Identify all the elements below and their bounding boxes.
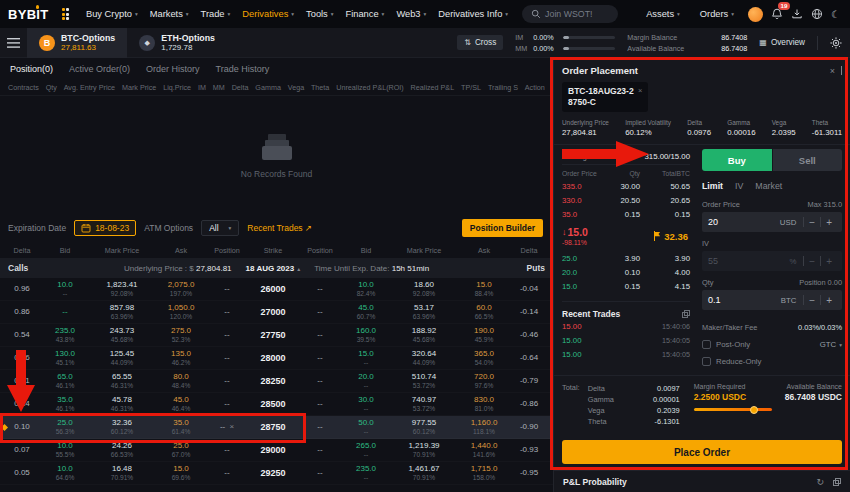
put-ask[interactable]: 1,715.0158.0% (456, 464, 512, 482)
recent-trades-link[interactable]: Recent Trades↗ (247, 223, 311, 233)
bid-row[interactable]: 20.00.104.00 (562, 265, 690, 279)
price-plus-button[interactable]: + (822, 217, 836, 228)
tif-select[interactable]: GTC▾ (820, 340, 842, 349)
notifications-button[interactable]: 19 (771, 8, 783, 20)
instrument-tab-eth-options[interactable]: ◆ ETH-Options 1,729.78 (127, 28, 227, 58)
price-minus-button[interactable]: − (805, 217, 819, 228)
put-ask[interactable]: 190.045.9% (456, 326, 512, 344)
chain-row-28750[interactable]: 0.1025.056.3%32.3660.12%35.061.4%-- ×287… (0, 416, 553, 439)
order-price-input[interactable]: 20 USD − + (702, 212, 842, 232)
chain-row-29250[interactable]: 0.0510.064.6%16.4870.91%15.069.6%--29250… (0, 462, 553, 485)
put-ask[interactable]: 830.081.0% (456, 395, 512, 413)
strike[interactable]: 28250 (246, 376, 300, 386)
remove-selection-icon[interactable]: × (229, 422, 234, 431)
tab-position-0[interactable]: Position(0) (10, 64, 53, 74)
ask-row[interactable]: 330.020.5020.65 (562, 193, 690, 207)
place-order-button[interactable]: Place Order (562, 440, 842, 464)
reduce-only-checkbox[interactable] (702, 357, 711, 366)
call-bid[interactable]: -- (40, 307, 90, 317)
panel-close-icon[interactable]: × (830, 66, 835, 76)
strike[interactable]: 26000 (246, 284, 300, 294)
chain-row-27750[interactable]: 0.54235.043.8%243.7345.68%275.052.3%--27… (0, 324, 553, 347)
ask-row[interactable]: 335.030.0050.65 (562, 179, 690, 193)
call-bid[interactable]: 65.046.1% (40, 372, 90, 390)
download-icon[interactable] (791, 8, 803, 20)
bid-row[interactable]: 25.03.903.90 (562, 251, 690, 265)
put-bid[interactable]: 50.0-- (340, 418, 392, 436)
strike[interactable]: 28000 (246, 353, 300, 363)
call-ask[interactable]: 25.067.0% (154, 441, 208, 459)
margin-slider[interactable] (694, 408, 772, 411)
expand-icon[interactable] (682, 310, 690, 318)
qty-plus-button[interactable]: + (822, 295, 836, 306)
nav-finance[interactable]: Finance▾ (340, 9, 391, 19)
call-bid[interactable]: 10.064.6% (40, 464, 90, 482)
avatar[interactable] (748, 7, 763, 22)
nav-derivatives[interactable]: Derivatives▾ (236, 9, 300, 19)
post-only-checkbox[interactable] (702, 340, 711, 349)
expiry-date-toggle[interactable]: 18 AUG 2023▴ (246, 264, 301, 273)
strike[interactable]: 27000 (246, 307, 300, 317)
put-bid[interactable]: 160.039.5% (340, 326, 392, 344)
ask-row[interactable]: 35.00.150.15 (562, 207, 690, 221)
put-bid[interactable]: 10.082.4% (340, 280, 392, 298)
qty-minus-button[interactable]: − (805, 295, 819, 306)
put-ask[interactable]: 15.088.4% (456, 280, 512, 298)
put-ask[interactable]: 720.097.6% (456, 372, 512, 390)
chain-row-28500[interactable]: 0.1435.046.1%45.7846.31%45.046.4%--28500… (0, 393, 553, 416)
call-bid[interactable]: 10.055.5% (40, 441, 90, 459)
tab-active-order-0[interactable]: Active Order(0) (69, 64, 130, 74)
order-type-tab-iv[interactable]: IV (735, 181, 743, 191)
call-bid[interactable]: 25.056.3% (40, 418, 90, 436)
put-ask[interactable]: 60.066.5% (456, 303, 512, 321)
nav-markets[interactable]: Markets▾ (144, 9, 195, 19)
call-bid[interactable]: 10.0-- (40, 280, 90, 298)
put-ask[interactable]: 1,160.0118.1% (456, 418, 512, 436)
chain-row-26000[interactable]: 0.9610.0--1,823.4192.08%2,075.0197.0%--2… (0, 278, 553, 301)
call-bid[interactable]: 235.043.8% (40, 326, 90, 344)
put-bid[interactable]: 15.0-- (340, 349, 392, 367)
call-ask[interactable]: 1,050.0120.0% (154, 303, 208, 321)
nav-web3[interactable]: Web3▾ (390, 9, 432, 19)
call-bid[interactable]: 130.045.1% (40, 349, 90, 367)
bybit-logo[interactable]: BYBIT (8, 7, 49, 22)
call-ask[interactable]: 275.052.3% (154, 326, 208, 344)
chain-row-28000[interactable]: 0.36130.045.1%125.4544.09%135.046.2%--28… (0, 347, 553, 370)
call-ask[interactable]: 45.046.4% (154, 395, 208, 413)
expand-icon[interactable] (833, 478, 841, 486)
nav-orders[interactable]: Orders▾ (694, 9, 740, 19)
put-bid[interactable]: 20.0-- (340, 372, 392, 390)
atm-options-select[interactable]: All▾ (201, 220, 239, 236)
settings-gear-icon[interactable] (830, 37, 842, 49)
instrument-tab-btc-options[interactable]: B BTC-Options 27,811.63 (27, 28, 127, 58)
search-box[interactable]: Join WSOT! (522, 5, 618, 23)
nav-assets[interactable]: Assets▾ (640, 9, 686, 19)
menu-icon[interactable] (0, 38, 27, 48)
nav-tools[interactable]: Tools▾ (300, 9, 339, 19)
call-ask[interactable]: 80.048.4% (154, 372, 208, 390)
strike[interactable]: 28750 (246, 422, 300, 432)
tab-order-history[interactable]: Order History (146, 64, 200, 74)
nav-trade[interactable]: Trade▾ (195, 9, 237, 19)
sell-button[interactable]: Sell (773, 149, 843, 171)
strike[interactable]: 29000 (246, 445, 300, 455)
qty-input[interactable]: 0.1 BTC − + (702, 290, 842, 310)
put-bid[interactable]: 45.060.7% (340, 303, 392, 321)
tab-trade-history[interactable]: Trade History (216, 64, 270, 74)
position-builder-button[interactable]: Position Builder (462, 219, 543, 237)
chip-remove-icon[interactable]: × (638, 86, 642, 95)
apps-grid-icon[interactable] (62, 8, 70, 20)
cross-margin-button[interactable]: ⇅Cross (457, 35, 503, 50)
put-ask[interactable]: 365.054.0% (456, 349, 512, 367)
put-bid[interactable]: 235.0-- (340, 464, 392, 482)
expiration-date-chip[interactable]: 18-08-23 (74, 220, 136, 236)
order-type-tab-limit[interactable]: Limit (702, 181, 723, 191)
nav-derivatives-info[interactable]: Derivatives Info▾ (432, 9, 514, 19)
globe-icon[interactable] (811, 8, 823, 20)
nav-buy-crypto[interactable]: Buy Crypto▾ (80, 9, 144, 19)
call-ask[interactable]: 35.061.4% (154, 418, 208, 436)
refresh-icon[interactable]: ↻ (816, 477, 824, 487)
strike[interactable]: 29250 (246, 468, 300, 478)
slider-knob[interactable] (750, 406, 758, 414)
put-bid[interactable]: 30.0-- (340, 395, 392, 413)
